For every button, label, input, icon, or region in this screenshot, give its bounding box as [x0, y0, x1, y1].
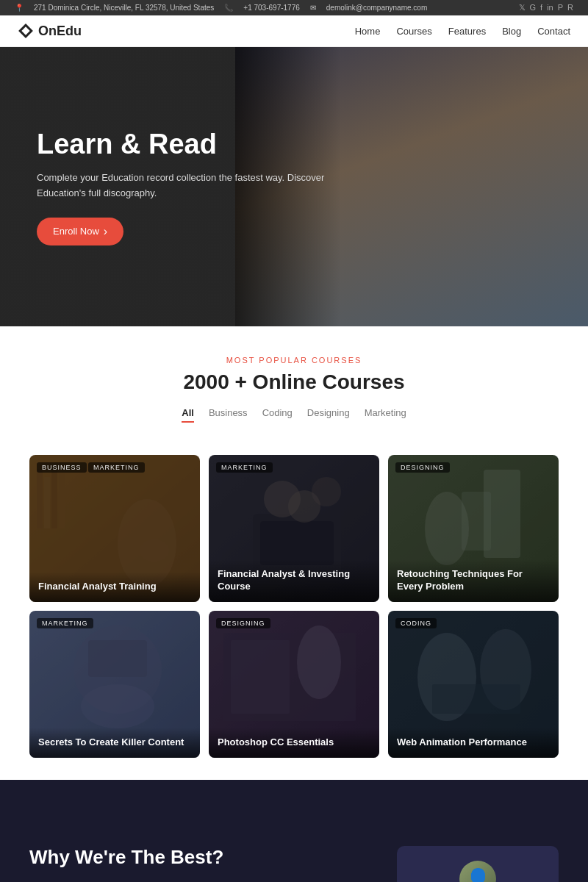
- filter-business[interactable]: Business: [209, 407, 248, 423]
- course-badge-marketing-3: MARKETING: [37, 618, 93, 628]
- navbar: OnEdu Home Courses Features Blog Contact: [0, 15, 588, 47]
- address-icon: 📍: [15, 4, 24, 12]
- email-text: demolink@companyname.com: [326, 4, 427, 12]
- svg-rect-11: [260, 521, 334, 565]
- course-2-name: Financial Analyst & Investing Course: [218, 568, 370, 593]
- course-4-info: Secrets To Create Killer Content: [29, 728, 200, 758]
- svg-rect-16: [484, 470, 520, 558]
- address-text: 271 Dominica Circle, Niceville, FL 32578…: [34, 4, 214, 12]
- facebook-icon[interactable]: f: [540, 3, 542, 12]
- pinterest-icon[interactable]: P: [558, 3, 563, 12]
- svg-point-28: [417, 633, 476, 721]
- logo-diamond-icon: [18, 23, 34, 39]
- svg-rect-17: [462, 492, 491, 551]
- svg-point-8: [140, 539, 169, 562]
- dark-content: Why We're The Best?: [29, 824, 559, 882]
- course-4-name: Secrets To Create Killer Content: [38, 736, 191, 749]
- svg-point-22: [81, 684, 154, 728]
- hero-section: Learn & Read Complete your Education rec…: [0, 47, 588, 326]
- course-badge-coding: CODING: [395, 618, 437, 628]
- hero-title: Learn & Read: [37, 128, 331, 162]
- dark-section: Why We're The Best?: [0, 824, 588, 882]
- apply-avatar: [459, 861, 496, 882]
- enroll-button[interactable]: Enroll Now: [37, 218, 123, 245]
- course-card-6[interactable]: CODING Web Animation Performance: [388, 611, 559, 758]
- googleplus-icon[interactable]: G: [530, 3, 537, 12]
- svg-rect-3: [37, 470, 43, 528]
- nav-home[interactable]: Home: [355, 26, 381, 37]
- filter-tabs: All Business Coding Designing Marketing: [29, 407, 559, 423]
- course-card-3[interactable]: DESIGNING Retouching Techniques For Ever…: [388, 455, 559, 602]
- svg-point-14: [288, 490, 320, 523]
- svg-point-12: [264, 481, 301, 517]
- svg-rect-21: [88, 640, 147, 677]
- svg-point-20: [74, 625, 162, 714]
- svg-rect-30: [432, 684, 520, 714]
- course-5-info: Photoshop CC Essentials: [209, 728, 379, 758]
- course-6-name: Web Animation Performance: [397, 736, 550, 749]
- svg-point-13: [312, 477, 341, 506]
- filter-all[interactable]: All: [182, 407, 194, 423]
- svg-point-29: [480, 629, 531, 710]
- phone-icon: 📞: [224, 4, 233, 12]
- filter-coding[interactable]: Coding: [262, 407, 293, 423]
- linkedin-icon[interactable]: in: [547, 3, 553, 12]
- course-6-info: Web Animation Performance: [388, 728, 559, 758]
- phone-text: +1 703-697-1776: [243, 4, 299, 12]
- course-badge-designing: DESIGNING: [395, 462, 450, 473]
- course-3-name: Retouching Techniques For Every Problem: [397, 568, 550, 593]
- logo-text: OnEdu: [38, 24, 82, 39]
- courses-section: MOST POPULAR COURSES 2000 + Online Cours…: [0, 326, 588, 455]
- filter-designing[interactable]: Designing: [307, 407, 350, 423]
- svg-rect-6: [59, 473, 65, 528]
- email-icon: ✉: [310, 4, 316, 12]
- course-1-info: Financial Analyst Training: [29, 572, 200, 602]
- course-badge-marketing-2: MARKETING: [216, 462, 273, 473]
- nav-menu: Home Courses Features Blog Contact: [355, 24, 570, 37]
- course-3-info: Retouching Techniques For Every Problem: [388, 559, 559, 602]
- hero-content: Learn & Read Complete your Education rec…: [0, 128, 368, 245]
- social-links[interactable]: 𝕏 G f in P R: [519, 3, 573, 12]
- svg-rect-5: [51, 466, 57, 528]
- course-1-name: Financial Analyst Training: [38, 581, 191, 593]
- rss-icon[interactable]: R: [567, 3, 573, 12]
- wave-divider: [0, 780, 588, 824]
- logo[interactable]: OnEdu: [18, 23, 82, 39]
- hero-subtitle: Complete your Education record collectio…: [37, 171, 331, 201]
- twitter-icon[interactable]: 𝕏: [519, 3, 526, 12]
- why-best-content: Why We're The Best?: [29, 846, 375, 882]
- course-badge-business: BUSINESS: [37, 462, 87, 473]
- svg-rect-24: [223, 633, 356, 721]
- course-2-info: Financial Analyst & Investing Course: [209, 559, 379, 602]
- top-bar: 📍 271 Dominica Circle, Niceville, FL 325…: [0, 0, 588, 15]
- nav-contact[interactable]: Contact: [537, 26, 570, 37]
- course-badge-marketing: MARKETING: [88, 462, 145, 473]
- course-badge-designing-2: DESIGNING: [216, 618, 270, 628]
- nav-blog[interactable]: Blog: [502, 26, 521, 37]
- course-card-4[interactable]: MARKETING Secrets To Create Killer Conte…: [29, 611, 200, 758]
- course-card-2[interactable]: MARKETING Financial Analyst & Investing …: [209, 455, 379, 602]
- top-bar-contact: 📍 271 Dominica Circle, Niceville, FL 325…: [15, 4, 427, 12]
- filter-marketing[interactable]: Marketing: [365, 407, 406, 423]
- nav-courses[interactable]: Courses: [396, 26, 431, 37]
- course-card-1[interactable]: BUSINESS MARKETING Financial Analyst Tra…: [29, 455, 200, 602]
- svg-point-18: [425, 492, 469, 565]
- course-5-name: Photoshop CC Essentials: [218, 736, 370, 749]
- svg-point-26: [297, 625, 341, 699]
- section-title: 2000 + Online Courses: [29, 370, 559, 394]
- course-card-5[interactable]: DESIGNING Photoshop CC Essentials: [209, 611, 379, 758]
- courses-grid: BUSINESS MARKETING Financial Analyst Tra…: [0, 455, 588, 780]
- apply-card: Apply Now Apply Now: [397, 846, 559, 882]
- dark-section-title: Why We're The Best?: [29, 846, 375, 869]
- svg-rect-25: [231, 640, 290, 714]
- svg-rect-4: [44, 477, 50, 528]
- nav-features[interactable]: Features: [448, 26, 486, 37]
- section-tag: MOST POPULAR COURSES: [29, 356, 559, 365]
